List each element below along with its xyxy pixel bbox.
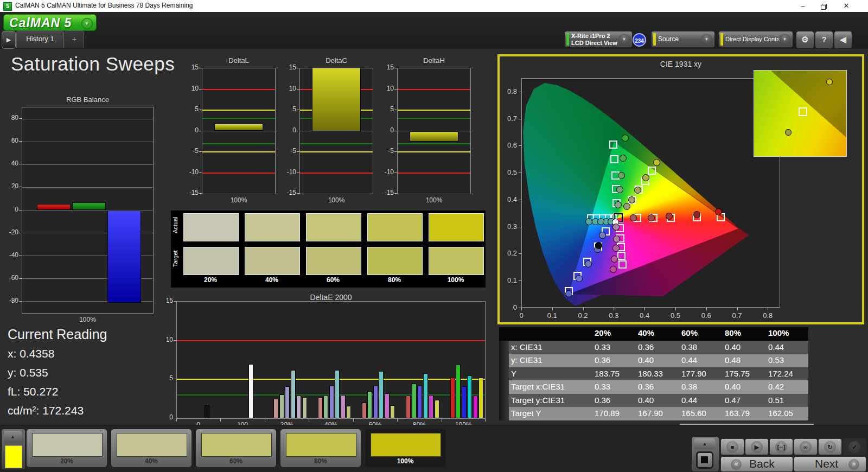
y-tick-label: -15	[273, 189, 296, 196]
cie-x-tick-label: 0.2	[573, 311, 593, 320]
table-cell: 177.90	[678, 369, 722, 378]
chevron-down-icon[interactable]: ▼	[618, 34, 630, 45]
chart-plot-delta-e	[176, 301, 486, 419]
meter-dropdown[interactable]: X-Rite i1Pro 2 LCD Direct View ▼	[564, 31, 633, 48]
cie-inset-target-marker	[799, 107, 807, 116]
swatch-actual	[367, 213, 423, 241]
measure-series-button[interactable]: [··]	[769, 438, 793, 455]
table-row: x: CIE310.330.360.380.400.44	[499, 341, 808, 354]
bar	[341, 395, 346, 418]
nav-expand-button[interactable]: ▶	[2, 31, 16, 49]
stop-pattern-button[interactable]	[696, 451, 713, 469]
saturation-level-button-100%[interactable]: 100%	[365, 429, 446, 468]
refresh-button[interactable]: ↻	[818, 438, 842, 455]
cie-measured-point	[616, 186, 623, 193]
y-tick-label: 15	[273, 63, 296, 71]
bar	[367, 391, 372, 418]
saturation-level-button-20%[interactable]: 20%	[26, 429, 107, 468]
logo-dropdown-icon[interactable]: ▼	[81, 18, 93, 29]
expand-up-button[interactable]: ▲	[694, 438, 715, 449]
minimize-button[interactable]: –	[793, 0, 813, 12]
ref-line	[177, 340, 485, 341]
table-row-label: y: CIE31	[509, 355, 591, 365]
level-label: 20%	[27, 457, 107, 465]
level-swatch	[371, 433, 441, 457]
cie-y-tick	[519, 253, 521, 254]
restore-button[interactable]	[814, 0, 833, 12]
bar	[214, 124, 263, 131]
saturation-level-button-40%[interactable]: 40%	[111, 429, 192, 468]
next-button[interactable]: Next »	[794, 456, 866, 472]
ref-line	[398, 143, 470, 144]
table-cell: 0.44	[678, 396, 722, 405]
stop-icon: ■	[726, 441, 738, 453]
cie-measured-point	[585, 260, 592, 267]
bar	[410, 131, 458, 142]
bar	[107, 211, 141, 303]
continuous-button[interactable]: ∞	[794, 438, 818, 455]
ref-line	[202, 151, 275, 152]
chevron-down-icon[interactable]: ▼	[701, 34, 712, 45]
table-row: y: CIE310.360.400.440.480.53	[499, 354, 808, 367]
level-label: 40%	[111, 457, 192, 465]
cie-measured-point	[642, 174, 649, 181]
bar	[346, 406, 351, 418]
help-button[interactable]: ?	[815, 31, 833, 49]
saturation-level-button-60%[interactable]: 60%	[195, 429, 277, 468]
x-axis-label: 100%	[397, 196, 471, 204]
table-row: Target x:CIE310.330.360.380.400.42	[499, 380, 808, 394]
collapse-button[interactable]: ◀	[834, 31, 852, 49]
y-tick-mark	[394, 151, 397, 152]
y-tick-mark	[297, 110, 299, 110]
chevron-down-icon[interactable]: ▼	[779, 34, 790, 45]
add-tab-button[interactable]: +	[65, 30, 84, 48]
bottom-bar: ▲ 20%40%60%80%100% ▲ ■▶[··]∞↻✓ « Back Ne…	[0, 425, 868, 472]
settings-button[interactable]: ⚙	[796, 31, 814, 49]
y-tick-mark	[199, 89, 202, 90]
close-button[interactable]: ✕	[837, 0, 856, 12]
app-chrome: CalMAN 5 ▼ ▶ History 1 + X-Rite i1Pro 2 …	[0, 12, 868, 49]
table-cell: 0.38	[678, 382, 722, 391]
cie-plot	[521, 78, 780, 308]
table-cell: 0.33	[591, 382, 635, 391]
x-tick-mark	[309, 419, 309, 422]
saturation-level-button-80%[interactable]: 80%	[280, 429, 361, 468]
gridline	[22, 142, 153, 142]
y-tick-label: 15	[176, 63, 199, 71]
swatch-target	[306, 247, 361, 275]
y-tick-mark	[174, 418, 176, 418]
accept-button[interactable]: ✓	[843, 438, 866, 455]
source-dropdown[interactable]: Source ▼	[651, 31, 715, 48]
back-button[interactable]: « Back	[720, 456, 793, 472]
calman-logo[interactable]: CalMAN 5 ▼	[3, 14, 97, 31]
bar	[423, 373, 428, 418]
table-row-strip	[499, 394, 509, 407]
level-swatch	[117, 433, 187, 457]
y-tick-mark	[174, 340, 176, 341]
display-control-dropdown[interactable]: Direct Display Control ▼	[718, 31, 793, 48]
bar	[329, 386, 334, 418]
display-control-status-bar	[720, 33, 723, 46]
level-label: 100%	[365, 457, 445, 465]
cie-x-tick-label: 0.5	[666, 311, 685, 320]
stop-button[interactable]: ■	[720, 438, 744, 455]
cie-x-tick-label: 0.7	[727, 311, 747, 320]
play-button[interactable]: ▶	[745, 438, 769, 455]
main-content: Saturation Sweeps Current Reading x: 0.4…	[0, 49, 868, 425]
cie-measured-point	[653, 159, 660, 166]
y-tick-mark	[394, 110, 397, 110]
y-tick-label: 15	[155, 297, 173, 304]
table-cell: 0.40	[722, 342, 765, 352]
pattern-badge[interactable]: 234	[633, 33, 646, 47]
cie-y-tick	[519, 119, 521, 119]
bar	[478, 378, 483, 418]
collapse-left-icon: ◀	[840, 35, 846, 44]
bar	[302, 397, 307, 418]
bar	[285, 386, 290, 418]
expand-up-button[interactable]: ▲	[4, 431, 22, 443]
table-cell: 0.53	[765, 355, 808, 365]
restore-icon	[821, 4, 827, 10]
bar	[296, 396, 301, 418]
y-tick-mark	[199, 68, 202, 68]
tab-history[interactable]: History 1	[16, 30, 64, 48]
